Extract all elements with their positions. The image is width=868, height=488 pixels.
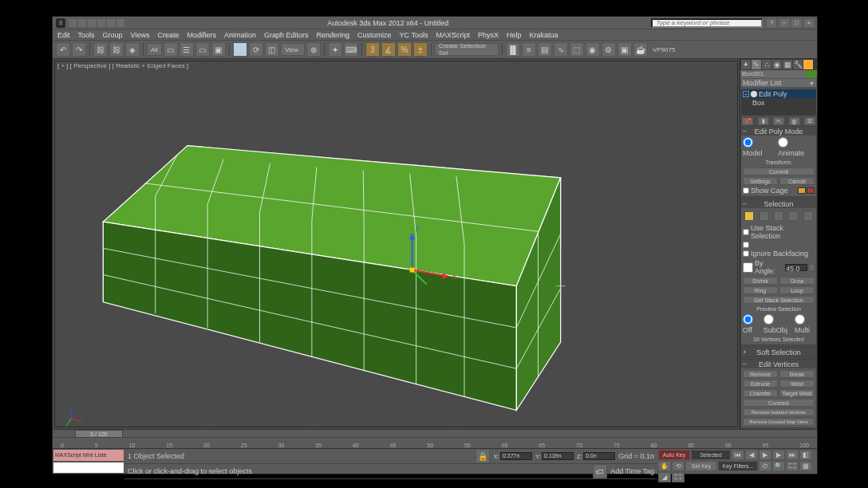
autokey-button[interactable]: Auto Key (658, 450, 690, 460)
chamfer-button[interactable]: Chamfer (743, 389, 778, 397)
ring-button[interactable]: Ring (743, 286, 778, 294)
modifier-stack[interactable]: + Edit Poly Box (740, 89, 817, 116)
display-tab-icon[interactable]: ▦ (783, 60, 792, 69)
layers-icon[interactable]: ▤ (538, 42, 552, 57)
pin-stack-icon[interactable]: 📌 (742, 117, 753, 125)
modify-tab-icon[interactable]: ✎ (752, 60, 761, 69)
selection-set-dropdown[interactable]: Create Selection Set (435, 43, 499, 56)
menu-views[interactable]: Views (131, 31, 150, 39)
vertex-icon[interactable] (744, 211, 754, 221)
radio-multi[interactable]: Multi (795, 314, 815, 334)
expand-icon[interactable]: + (743, 91, 749, 97)
schematic-icon[interactable]: ⬚ (570, 42, 584, 57)
select-name-icon[interactable]: ☰ (180, 42, 194, 57)
rollout-header[interactable]: −Edit Vertices (741, 360, 816, 368)
manipulate-icon[interactable]: ✦ (328, 42, 342, 57)
stack-item-editpoly[interactable]: + Edit Poly (741, 89, 816, 98)
create-tab-icon[interactable]: ✦ (741, 60, 751, 69)
y-input[interactable]: 0.139n (542, 452, 574, 460)
trackbar[interactable]: 0 / 100 (53, 429, 817, 437)
z-input[interactable]: 0.0n (583, 452, 615, 460)
showcage-checkbox[interactable] (743, 187, 749, 194)
menu-grapheditors[interactable]: Graph Editors (264, 31, 309, 39)
border-icon[interactable] (774, 211, 783, 221)
unlink-icon[interactable]: ⛓ (109, 42, 124, 57)
menu-physx[interactable]: PhysX (478, 31, 499, 39)
snap-icon[interactable]: 3 (365, 42, 380, 57)
time-ruler[interactable]: 0510152025303540455055606570758085909510… (53, 437, 817, 448)
goto-end-icon[interactable]: ⏭ (786, 450, 799, 460)
spinner-icon[interactable] (809, 264, 815, 271)
panel-color-icon[interactable] (803, 60, 813, 69)
zoom-icon[interactable]: 🔍 (772, 461, 785, 471)
select-icon[interactable]: ▭ (164, 42, 178, 57)
rollout-header[interactable]: −Selection (741, 199, 816, 208)
grow-button[interactable]: Grow (779, 277, 815, 285)
timetag-icon[interactable]: 🏷 (593, 464, 607, 478)
shrink-button[interactable]: Shrink (743, 277, 778, 285)
hierarchy-tab-icon[interactable]: ⛬ (762, 60, 771, 69)
rotate-icon[interactable]: ⟳ (249, 42, 263, 57)
time-slider[interactable]: 0 / 100 (75, 430, 123, 438)
menu-yctools[interactable]: YC Tools (400, 31, 428, 39)
configure-icon[interactable]: ☰ (804, 117, 815, 125)
play-icon[interactable]: ▶ (759, 450, 771, 460)
material-editor-icon[interactable]: ◉ (586, 42, 600, 57)
menu-customize[interactable]: Customize (357, 31, 392, 39)
loop-button[interactable]: Loop (779, 286, 815, 294)
menu-group[interactable]: Group (103, 31, 123, 39)
mirror-icon[interactable]: ▐▌ (506, 42, 520, 57)
curve-editor-icon[interactable]: ∿ (554, 42, 568, 57)
window-crossing-icon[interactable]: ▣ (211, 42, 226, 57)
removeunused-button[interactable]: Remove Unused Map Verts (743, 418, 815, 426)
move-icon[interactable]: ✥ (233, 42, 247, 57)
remove-button[interactable]: Remove (743, 370, 778, 378)
cancel-button[interactable]: Cancel (779, 177, 815, 185)
angle-snap-icon[interactable]: ∡ (381, 42, 396, 57)
qat-undo-icon[interactable] (97, 19, 105, 27)
fov-icon[interactable]: ◢ (658, 472, 671, 482)
help-search-input[interactable] (651, 18, 763, 28)
break-button[interactable]: Break (779, 370, 815, 378)
keyfilters-button[interactable]: Key Filters... (718, 461, 758, 471)
scale-icon[interactable]: ◫ (265, 42, 279, 57)
app-logo-icon[interactable]: 3 (56, 18, 65, 28)
usestack-checkbox[interactable] (743, 229, 749, 235)
menu-create[interactable]: Create (157, 31, 179, 39)
qat-open-icon[interactable] (78, 19, 86, 27)
percent-snap-icon[interactable]: % (397, 42, 412, 57)
refcoord-dropdown[interactable]: View (281, 43, 305, 56)
modifier-list-dropdown[interactable]: Modifier List ▼ (740, 78, 817, 88)
prev-frame-icon[interactable]: ◀ (745, 450, 758, 460)
targetweld-button[interactable]: Target Weld (779, 389, 815, 397)
stack-item-box[interactable]: Box (741, 98, 816, 107)
menu-help[interactable]: Help (507, 31, 522, 39)
pan-icon[interactable]: ✋ (658, 461, 671, 471)
select-region-icon[interactable]: ▭ (195, 42, 210, 57)
element-icon[interactable] (803, 211, 813, 221)
undo-icon[interactable]: ↶ (56, 42, 70, 57)
polygon-icon[interactable] (788, 211, 798, 221)
menu-modifiers[interactable]: Modifiers (187, 31, 216, 39)
byvertex-checkbox[interactable] (743, 242, 749, 248)
render-setup-icon[interactable]: ⚙ (602, 42, 616, 57)
orbit-icon[interactable]: ⟲ (672, 461, 685, 471)
connect-button[interactable]: Connect (743, 399, 815, 407)
align-icon[interactable]: ≡ (522, 42, 536, 57)
qat-redo-icon[interactable] (107, 19, 115, 27)
isolate-icon[interactable]: ◧ (799, 450, 812, 460)
x-input[interactable]: 0.377n (500, 452, 532, 460)
setkey-button[interactable]: Set Key (685, 461, 717, 471)
addtime-label[interactable]: Add Time Tag (610, 467, 654, 475)
menu-tools[interactable]: Tools (78, 31, 95, 39)
link-icon[interactable]: ⛓ (93, 42, 108, 57)
object-name-input[interactable]: Box001 (740, 70, 806, 78)
object-color-swatch[interactable] (806, 70, 817, 78)
menu-edit[interactable]: Edit (57, 31, 70, 39)
keymode-dropdown[interactable]: Selected (691, 450, 731, 460)
radio-animate[interactable]: Animate (778, 137, 815, 157)
maximize-icon[interactable]: □ (791, 19, 801, 27)
radio-off[interactable]: Off (743, 314, 759, 334)
cage-color2[interactable] (807, 187, 815, 194)
zoom-extents-icon[interactable]: ▦ (799, 461, 812, 471)
